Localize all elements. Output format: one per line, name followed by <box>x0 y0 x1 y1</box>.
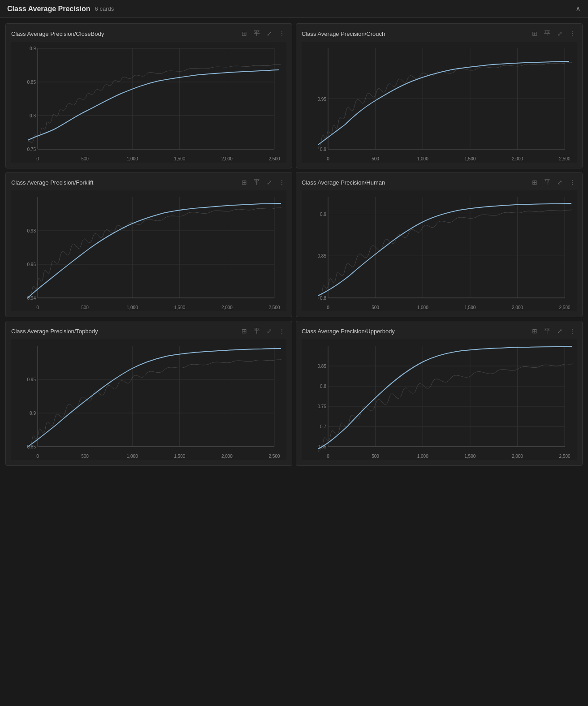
more-icon[interactable]: ⋮ <box>568 29 577 38</box>
svg-text:500: 500 <box>81 454 89 459</box>
svg-text:0.75: 0.75 <box>27 147 36 152</box>
expand-icon[interactable]: ⤢ <box>555 178 564 187</box>
svg-text:0: 0 <box>327 156 329 161</box>
card-crouch: Class Average Precision/Crouch ⊞ 平 ⤢ ⋮ 0… <box>296 23 583 168</box>
chart-area: 0.950.90.85 05001,0001,5002,0002,500 <box>11 339 286 460</box>
svg-text:500: 500 <box>372 156 379 161</box>
svg-text:2,000: 2,000 <box>512 454 523 459</box>
pin-icon[interactable]: 平 <box>543 327 552 336</box>
svg-text:1,500: 1,500 <box>174 454 185 459</box>
svg-text:1,500: 1,500 <box>464 156 476 161</box>
svg-text:0.9: 0.9 <box>30 46 36 51</box>
svg-text:0.7: 0.7 <box>320 424 326 429</box>
card-upperbody: Class Average Precision/Upperbody ⊞ 平 ⤢ … <box>296 321 583 466</box>
chart-area: 0.850.80.750.70.65 05001,0001,5002,0002,… <box>302 339 577 460</box>
more-icon[interactable]: ⋮ <box>277 178 286 187</box>
expand-icon[interactable]: ⤢ <box>265 29 274 38</box>
svg-text:0.9: 0.9 <box>320 212 326 217</box>
svg-text:0: 0 <box>36 156 39 161</box>
expand-icon[interactable]: ⤢ <box>555 327 564 336</box>
card-header: Class Average Precision/Human ⊞ 平 ⤢ ⋮ <box>302 178 577 187</box>
svg-rect-0 <box>38 48 274 149</box>
collapse-button[interactable]: ∧ <box>575 4 581 13</box>
svg-rect-60 <box>328 197 565 298</box>
svg-text:1,000: 1,000 <box>417 156 428 161</box>
card-human: Class Average Precision/Human ⊞ 平 ⤢ ⋮ 0.… <box>296 172 583 317</box>
expand-icon[interactable]: ⤢ <box>265 327 274 336</box>
card-close-body: Class Average Precision/CloseBody ⊞ 平 ⤢ … <box>5 23 292 168</box>
svg-text:1,000: 1,000 <box>417 454 428 459</box>
svg-text:0.98: 0.98 <box>27 228 36 233</box>
card-title: Class Average Precision/Crouch <box>302 30 385 37</box>
chart-svg: 0.950.9 05001,0001,5002,0002,500 <box>302 42 577 163</box>
image-icon[interactable]: ⊞ <box>240 327 249 336</box>
section-header: Class Average Precision 6 cards ∧ <box>0 0 588 18</box>
card-title: Class Average Precision/Topbody <box>11 328 98 335</box>
card-controls: ⊞ 平 ⤢ ⋮ <box>530 327 577 336</box>
svg-text:0.8: 0.8 <box>320 296 326 301</box>
svg-text:2,500: 2,500 <box>268 454 280 459</box>
svg-text:500: 500 <box>81 305 89 310</box>
more-icon[interactable]: ⋮ <box>568 178 577 187</box>
svg-text:1,500: 1,500 <box>464 305 476 310</box>
card-controls: ⊞ 平 ⤢ ⋮ <box>240 29 286 38</box>
chart-svg: 0.850.80.750.70.65 05001,0001,5002,0002,… <box>302 339 577 460</box>
pin-icon[interactable]: 平 <box>543 29 552 38</box>
card-title: Class Average Precision/Upperbody <box>302 328 395 335</box>
svg-text:0: 0 <box>327 454 329 459</box>
image-icon[interactable]: ⊞ <box>240 29 249 38</box>
image-icon[interactable]: ⊞ <box>530 178 539 187</box>
image-icon[interactable]: ⊞ <box>530 29 539 38</box>
svg-text:0.94: 0.94 <box>27 296 36 301</box>
chart-svg: 0.980.960.94 05001,0001,5002,0002,500 <box>11 190 286 311</box>
more-icon[interactable]: ⋮ <box>277 327 286 336</box>
svg-text:2,500: 2,500 <box>268 156 280 161</box>
svg-text:0.9: 0.9 <box>320 147 326 152</box>
card-title: Class Average Precision/Human <box>302 179 385 186</box>
svg-text:1,500: 1,500 <box>174 305 185 310</box>
pin-icon[interactable]: 平 <box>252 178 261 187</box>
card-header: Class Average Precision/Crouch ⊞ 平 ⤢ ⋮ <box>302 29 577 38</box>
svg-text:0.75: 0.75 <box>318 404 327 409</box>
svg-text:2,500: 2,500 <box>559 454 570 459</box>
card-controls: ⊞ 平 ⤢ ⋮ <box>530 178 577 187</box>
card-controls: ⊞ 平 ⤢ ⋮ <box>240 327 286 336</box>
svg-text:2,500: 2,500 <box>559 156 570 161</box>
chart-area: 0.90.850.80.75 05001,0001,5002,0002,500 <box>11 42 286 163</box>
card-forklift: Class Average Precision/Forklift ⊞ 平 ⤢ ⋮… <box>5 172 292 317</box>
card-header: Class Average Precision/Forklift ⊞ 平 ⤢ ⋮ <box>11 178 286 187</box>
section-container: Class Average Precision 6 cards ∧ Class … <box>0 0 588 471</box>
chart-svg: 0.90.850.80.75 05001,0001,5002,0002,500 <box>11 42 286 163</box>
expand-icon[interactable]: ⤢ <box>265 178 274 187</box>
svg-text:0.8: 0.8 <box>320 384 326 389</box>
pin-icon[interactable]: 平 <box>252 327 261 336</box>
pin-icon[interactable]: 平 <box>252 29 261 38</box>
cards-grid: Class Average Precision/CloseBody ⊞ 平 ⤢ … <box>0 18 588 471</box>
svg-text:0.96: 0.96 <box>27 262 36 267</box>
svg-text:500: 500 <box>81 156 89 161</box>
card-title: Class Average Precision/CloseBody <box>11 30 104 37</box>
svg-text:500: 500 <box>372 305 379 310</box>
svg-text:0.95: 0.95 <box>318 97 327 102</box>
chart-area: 0.90.850.8 05001,0001,5002,0002,500 <box>302 190 577 311</box>
more-icon[interactable]: ⋮ <box>568 327 577 336</box>
section-count: 6 cards <box>95 5 114 12</box>
svg-text:500: 500 <box>372 454 379 459</box>
svg-text:2,000: 2,000 <box>512 305 523 310</box>
pin-icon[interactable]: 平 <box>543 178 552 187</box>
svg-text:0: 0 <box>36 454 39 459</box>
card-header: Class Average Precision/Upperbody ⊞ 平 ⤢ … <box>302 327 577 336</box>
card-header: Class Average Precision/CloseBody ⊞ 平 ⤢ … <box>11 29 286 38</box>
svg-text:2,000: 2,000 <box>221 305 233 310</box>
more-icon[interactable]: ⋮ <box>277 29 286 38</box>
card-title: Class Average Precision/Forklift <box>11 179 93 186</box>
image-icon[interactable]: ⊞ <box>530 327 539 336</box>
expand-icon[interactable]: ⤢ <box>555 29 564 38</box>
svg-text:1,000: 1,000 <box>127 305 138 310</box>
image-icon[interactable]: ⊞ <box>240 178 249 187</box>
svg-rect-100 <box>328 346 565 447</box>
svg-text:0.85: 0.85 <box>27 80 36 85</box>
svg-text:0.9: 0.9 <box>30 411 36 416</box>
chart-svg: 0.90.850.8 05001,0001,5002,0002,500 <box>302 190 577 311</box>
svg-text:0.85: 0.85 <box>318 364 327 369</box>
